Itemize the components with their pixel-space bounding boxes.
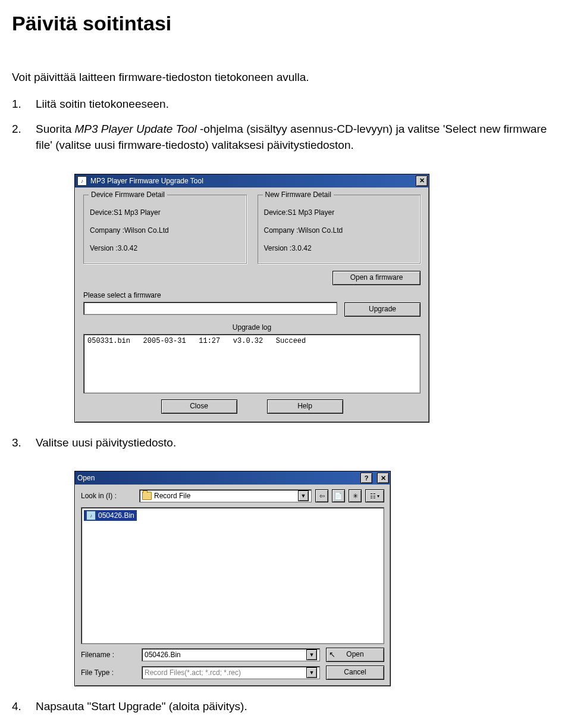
upgrade-log-label: Upgrade log	[83, 323, 421, 332]
open-dialog-toolbar: Look in (I) : Record File ▼ ⇦ 📄 ✳ ☷▾	[81, 489, 384, 502]
step-2: 2.Suorita MP3 Player Update Tool -ohjelm…	[12, 121, 559, 154]
please-select-label: Please select a firmware	[83, 291, 421, 299]
new-firmware-group: New Firmware Detail Device:S1 Mp3 Player…	[258, 195, 421, 264]
open-firmware-button[interactable]: Open a firmware	[332, 271, 421, 285]
step-1: 1.Liitä soitin tietokoneeseen.	[12, 96, 559, 113]
close-icon[interactable]: ✕	[416, 176, 428, 186]
new-device-company: Company :Wilson Co.Ltd	[264, 226, 415, 235]
open-button[interactable]: ↖ Open	[326, 648, 384, 662]
open-dialog: Open ? ✕ Look in (I) : Record File ▼ ⇦ 📄…	[74, 471, 391, 686]
close-button[interactable]: Close	[161, 399, 237, 414]
intro-text: Voit päivittää laitteen firmware-tiedost…	[12, 71, 559, 84]
file-icon: ♪	[86, 511, 96, 520]
help-icon[interactable]: ?	[360, 473, 372, 483]
view-icon[interactable]: ☷▾	[365, 489, 384, 502]
cursor-icon: ↖	[329, 649, 335, 661]
device-company: Company :Wilson Co.Ltd	[90, 226, 240, 235]
open-dialog-title: Open	[77, 474, 356, 482]
upgrade-button[interactable]: Upgrade	[344, 302, 421, 317]
new-device-name: Device:S1 Mp3 Player	[264, 208, 415, 217]
new-device-version: Version :3.0.42	[264, 244, 415, 252]
look-in-label: Look in (I) :	[81, 492, 136, 500]
back-icon[interactable]: ⇦	[315, 489, 328, 502]
upgrade-log: 050331.bin 2005-03-31 11:27 v3.0.32 Succ…	[83, 334, 421, 393]
step-4: 4.Napsauta "Start Upgrade" (aloita päivi…	[12, 698, 559, 715]
filename-input[interactable]: 050426.Bin ▼	[142, 648, 320, 661]
filetype-label: File Type :	[81, 668, 136, 677]
folder-icon	[142, 492, 152, 500]
upgrade-dialog: ♪ MP3 Player Firmware Upgrade Tool ✕ Dev…	[74, 174, 429, 423]
device-name: Device:S1 Mp3 Player	[90, 208, 240, 217]
cancel-button[interactable]: Cancel	[326, 665, 384, 680]
upgrade-dialog-title: MP3 Player Firmware Upgrade Tool	[90, 177, 411, 185]
filetype-combo[interactable]: Record Files(*.act; *.rcd; *.rec) ▼	[142, 666, 320, 679]
upgrade-dialog-titlebar: ♪ MP3 Player Firmware Upgrade Tool ✕	[75, 174, 429, 188]
device-firmware-group: Device Firmware Detail Device:S1 Mp3 Pla…	[83, 195, 247, 264]
new-folder-icon[interactable]: ✳	[349, 489, 362, 502]
page-heading: Päivitä soitintasi	[12, 12, 559, 35]
firmware-path-input[interactable]	[83, 302, 337, 315]
up-folder-icon[interactable]: 📄	[332, 489, 345, 502]
chevron-down-icon[interactable]: ▼	[306, 649, 317, 660]
chevron-down-icon[interactable]: ▼	[306, 667, 317, 678]
step-3: 3.Valitse uusi päivitystiedosto.	[12, 435, 559, 451]
look-in-value: Record File	[154, 492, 190, 500]
chevron-down-icon[interactable]: ▼	[298, 490, 309, 501]
help-button[interactable]: Help	[267, 399, 343, 414]
filename-label: Filename :	[81, 651, 136, 659]
app-icon: ♪	[77, 176, 87, 186]
device-version: Version :3.0.42	[90, 244, 240, 252]
close-icon[interactable]: ✕	[377, 473, 389, 483]
look-in-combo[interactable]: Record File ▼	[139, 489, 312, 502]
file-list[interactable]: ♪ 050426.Bin	[81, 507, 384, 644]
file-item-selected[interactable]: ♪ 050426.Bin	[84, 510, 137, 521]
open-dialog-titlebar: Open ? ✕	[75, 471, 390, 485]
